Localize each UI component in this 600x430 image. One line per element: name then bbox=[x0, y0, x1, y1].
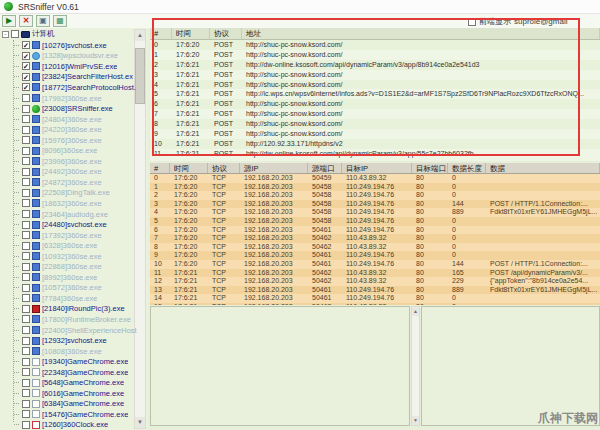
process-tree-item[interactable]: [24220]360se.exe bbox=[0, 124, 148, 135]
packet-row[interactable]: 0 17:6:20 TCP 192.168.20.203 50459 110.4… bbox=[150, 174, 600, 183]
stop-capture-icon[interactable]: ✕ bbox=[19, 15, 33, 27]
process-checkbox[interactable] bbox=[22, 157, 30, 165]
packet-row[interactable]: 10 17:6:20 TCP 192.168.20.203 50461 110.… bbox=[150, 260, 600, 269]
process-tree-item[interactable]: [22508]DingTalk.exe bbox=[0, 188, 148, 199]
packet-row[interactable]: 9 17:6:20 TCP 192.168.20.203 50461 110.2… bbox=[150, 251, 600, 260]
process-tree-item[interactable]: [18632]360se.exe bbox=[0, 198, 148, 209]
process-checkbox[interactable] bbox=[22, 421, 30, 429]
process-tree-item[interactable]: ✓ [1328]wpscloudsvr.exe bbox=[0, 51, 148, 62]
request-row[interactable]: 2 17:6:21 POST http://dw-online.ksosoft.… bbox=[150, 60, 600, 70]
process-checkbox[interactable] bbox=[22, 168, 30, 176]
process-tree-item[interactable]: [23464]audiodg.exe bbox=[0, 209, 148, 220]
process-tree-item[interactable]: [22400]ShellExperienceHost bbox=[0, 325, 148, 336]
process-tree-item[interactable]: ✓ [12016]WmiPrvSE.exe bbox=[0, 61, 148, 72]
process-checkbox[interactable] bbox=[22, 389, 30, 397]
process-checkbox[interactable] bbox=[22, 379, 30, 387]
process-checkbox[interactable] bbox=[22, 231, 30, 239]
start-capture-icon[interactable]: ▶ bbox=[2, 15, 16, 27]
process-checkbox[interactable] bbox=[22, 94, 30, 102]
process-tree-item[interactable]: [24872]360se.exe bbox=[0, 177, 148, 188]
process-tree-item[interactable]: [24492]360se.exe bbox=[0, 167, 148, 178]
column-header[interactable]: # bbox=[150, 163, 170, 173]
process-checkbox[interactable] bbox=[22, 126, 30, 134]
process-tree-item[interactable]: [19340]GameChrome.exe bbox=[0, 356, 148, 367]
process-tree-item[interactable]: [10932]360se.exe bbox=[0, 251, 148, 262]
process-tree-item[interactable]: [15476]GameChrome.exe bbox=[0, 409, 148, 420]
packet-row[interactable]: 7 17:6:20 TCP 192.168.20.203 50462 110.4… bbox=[150, 234, 600, 243]
process-tree-item[interactable]: [23008]SRSniffer.exe bbox=[0, 103, 148, 114]
process-checkbox[interactable] bbox=[22, 400, 30, 408]
process-tree-item[interactable]: ✓ [10276]svchost.exe bbox=[0, 40, 148, 51]
request-row[interactable]: 9 17:6:21 POST http://shuc-pc-snow.ksord… bbox=[150, 129, 600, 139]
front-display-checkbox[interactable] bbox=[468, 18, 476, 26]
process-checkbox[interactable] bbox=[22, 242, 30, 250]
packet-row[interactable]: 5 17:6:20 TCP 192.168.20.203 50458 110.2… bbox=[150, 217, 600, 226]
process-tree-item[interactable]: [12932]svchost.exe bbox=[0, 335, 148, 346]
process-checkbox[interactable] bbox=[22, 199, 30, 207]
process-tree-item[interactable]: [21840]iRoundPic(3).exe bbox=[0, 304, 148, 315]
process-tree-item[interactable]: [10808]360se.exe bbox=[0, 346, 148, 357]
expand-collapse-icon[interactable]: - bbox=[2, 31, 9, 38]
packet-row[interactable]: 2 17:6:20 TCP 192.168.20.203 50458 110.2… bbox=[150, 191, 600, 200]
process-tree-item[interactable]: [1260]360Clock.exe bbox=[0, 420, 148, 430]
column-header[interactable]: 时间 bbox=[172, 28, 210, 39]
process-tree-item[interactable]: [7784]360se.exe bbox=[0, 293, 148, 304]
process-checkbox[interactable] bbox=[22, 368, 30, 376]
process-checkbox[interactable] bbox=[22, 252, 30, 260]
process-tree-item[interactable]: ✓ [23824]SearchFilterHost.ex bbox=[0, 72, 148, 83]
process-checkbox[interactable] bbox=[22, 263, 30, 271]
process-tree-item[interactable]: [22868]360se.exe bbox=[0, 261, 148, 272]
column-header[interactable]: 地址 bbox=[242, 28, 600, 39]
process-checkbox[interactable]: ✓ bbox=[22, 41, 30, 49]
process-checkbox[interactable] bbox=[22, 337, 30, 345]
process-checkbox[interactable]: ✓ bbox=[22, 73, 30, 81]
request-row[interactable]: 5 17:6:21 POST http://ic.wps.cn/wpsv6int… bbox=[150, 89, 600, 99]
packet-row[interactable]: 1 17:6:20 TCP 192.168.20.203 50458 110.2… bbox=[150, 183, 600, 192]
process-checkbox[interactable] bbox=[22, 189, 30, 197]
column-header[interactable]: 目标IP bbox=[342, 163, 412, 173]
packet-row[interactable]: 3 17:6:20 TCP 192.168.20.203 50458 110.2… bbox=[150, 200, 600, 209]
detail-pane-scrollbar[interactable]: ▲ ▼ bbox=[411, 306, 420, 426]
request-row[interactable]: 6 17:6:21 POST http://shuc-pc-snow.ksord… bbox=[150, 99, 600, 109]
packet-row[interactable]: 6 17:6:20 TCP 192.168.20.203 50461 110.2… bbox=[150, 226, 600, 235]
process-tree-item[interactable]: [8096]360se.exe bbox=[0, 145, 148, 156]
process-checkbox[interactable] bbox=[22, 294, 30, 302]
process-checkbox[interactable] bbox=[22, 358, 30, 366]
process-tree-item[interactable]: ✓ [18772]SearchProtocolHost. bbox=[0, 82, 148, 93]
packet-row[interactable]: 4 17:6:20 TCP 192.168.20.203 50458 110.2… bbox=[150, 208, 600, 217]
process-checkbox[interactable] bbox=[22, 273, 30, 281]
column-header[interactable]: 数据长度 bbox=[448, 163, 486, 173]
process-tree-item[interactable]: [17392]360se.exe bbox=[0, 230, 148, 241]
process-checkbox[interactable] bbox=[22, 410, 30, 418]
process-tree-item[interactable]: [6328]360se.exe bbox=[0, 240, 148, 251]
process-tree-item[interactable]: [10572]360se.exe bbox=[0, 283, 148, 294]
root-checkbox[interactable] bbox=[11, 30, 19, 38]
packet-row[interactable]: 12 17:6:21 TCP 192.168.20.203 50462 110.… bbox=[150, 277, 600, 286]
request-row[interactable]: 11 17:6:21 POST http://dw-online.ksosoft… bbox=[150, 149, 600, 159]
process-tree-item[interactable]: [23996]360se.exe bbox=[0, 156, 148, 167]
process-checkbox[interactable] bbox=[22, 326, 30, 334]
process-tree-item[interactable]: [22348]GameChrome.exe bbox=[0, 367, 148, 378]
process-checkbox[interactable] bbox=[22, 178, 30, 186]
request-row[interactable]: 7 17:6:21 POST http://shuc-pc-snow.ksord… bbox=[150, 109, 600, 119]
request-row[interactable]: 0 17:6:20 POST http://shuc-pc-snow.ksord… bbox=[150, 40, 600, 50]
process-tree-item[interactable]: [5648]GameChrome.exe bbox=[0, 378, 148, 389]
process-checkbox[interactable] bbox=[22, 136, 30, 144]
process-checkbox[interactable] bbox=[22, 221, 30, 229]
column-header[interactable]: 数据 bbox=[486, 163, 600, 173]
request-row[interactable]: 3 17:6:21 POST http://shuc-pc-snow.ksord… bbox=[150, 70, 600, 80]
process-checkbox[interactable] bbox=[22, 315, 30, 323]
packet-row[interactable]: 14 17:6:21 TCP 192.168.20.203 50461 110.… bbox=[150, 294, 600, 303]
tree-root-computer[interactable]: - 计算机 bbox=[0, 28, 148, 40]
request-row[interactable]: 1 17:6:20 POST http://shuc-pc-snow.ksord… bbox=[150, 50, 600, 60]
packet-row[interactable]: 13 17:6:21 TCP 192.168.20.203 50461 110.… bbox=[150, 286, 600, 295]
process-tree-item[interactable]: [24804]360se.exe bbox=[0, 114, 148, 125]
scroll-up-icon[interactable]: ▲ bbox=[412, 307, 419, 316]
window-icon[interactable]: ▣ bbox=[36, 15, 50, 27]
process-tree-item[interactable]: [17800]RuntimeBroker.exe bbox=[0, 314, 148, 325]
process-tree-item[interactable]: [15976]360se.exe bbox=[0, 135, 148, 146]
process-checkbox[interactable] bbox=[22, 284, 30, 292]
process-tree-item[interactable]: [24480]svchost.exe bbox=[0, 219, 148, 230]
column-header[interactable]: # bbox=[150, 28, 172, 39]
process-tree-item[interactable]: [6016]GameChrome.exe bbox=[0, 388, 148, 399]
